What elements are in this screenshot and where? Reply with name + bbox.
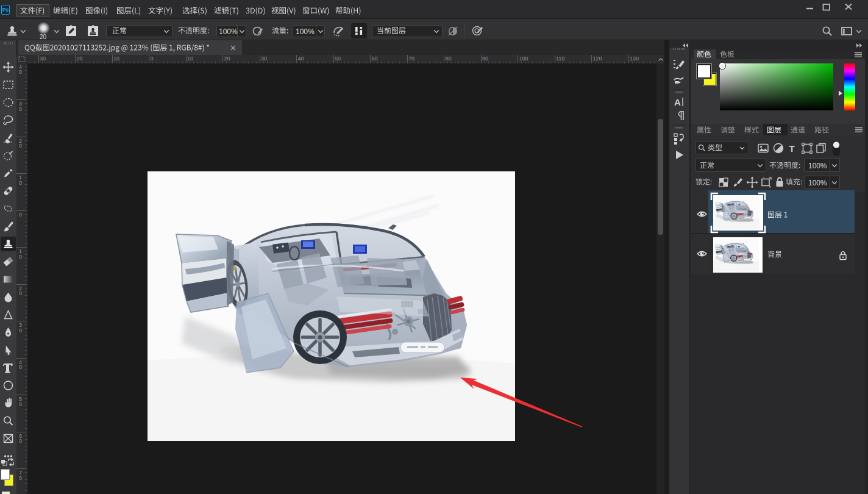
svg-text:T: T [789, 143, 795, 154]
svg-text:A: A [674, 97, 681, 107]
